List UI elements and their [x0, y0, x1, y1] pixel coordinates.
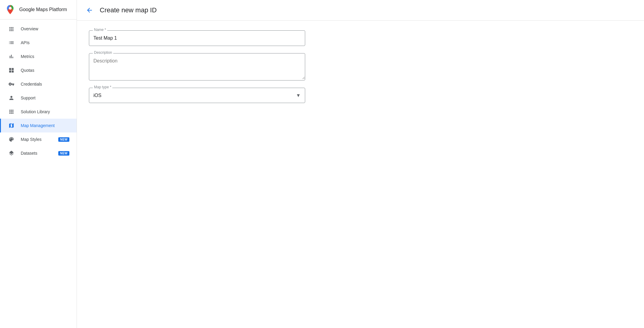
sidebar-item-credentials[interactable]: Credentials: [0, 77, 77, 91]
sidebar-item-map-styles-label: Map Styles: [21, 137, 52, 142]
sidebar-item-quotas-label: Quotas: [21, 68, 69, 73]
sidebar-item-apis[interactable]: APIs: [0, 36, 77, 50]
map-type-select[interactable]: JavaScript Android iOS: [89, 88, 305, 103]
sidebar-item-solution-library[interactable]: Solution Library: [0, 105, 77, 119]
sidebar-item-support-label: Support: [21, 96, 69, 100]
sidebar-item-overview-label: Overview: [21, 26, 69, 31]
person-icon: [8, 95, 15, 101]
map-type-label: Map type: [93, 85, 112, 89]
sidebar-item-datasets-label: Datasets: [21, 151, 52, 156]
sidebar-item-map-management[interactable]: Map Management: [0, 119, 77, 132]
main-header: Create new map ID: [77, 0, 644, 21]
create-map-form: Name Description Map type JavaScript And…: [77, 21, 317, 120]
sidebar-item-map-management-label: Map Management: [21, 123, 69, 128]
grid-icon: [8, 26, 15, 32]
page-title: Create new map ID: [100, 6, 157, 14]
sidebar-title: Google Maps Platform: [19, 7, 67, 13]
svg-point-0: [9, 7, 12, 10]
sidebar-item-credentials-label: Credentials: [21, 82, 69, 87]
apps-icon: [8, 108, 15, 115]
sidebar-item-quotas[interactable]: Quotas: [0, 63, 77, 77]
map-type-field-group: Map type JavaScript Android iOS ▼: [89, 88, 305, 103]
key-icon: [8, 81, 15, 87]
main-content: Create new map ID Name Description Map t…: [77, 0, 644, 328]
back-button[interactable]: [84, 5, 95, 16]
description-label: Description: [93, 50, 113, 55]
palette-icon: [8, 136, 15, 143]
sidebar-item-solution-library-label: Solution Library: [21, 109, 69, 114]
sidebar-item-apis-label: APIs: [21, 40, 69, 45]
map-type-select-wrapper: JavaScript Android iOS ▼: [89, 88, 305, 103]
sidebar-header: Google Maps Platform: [0, 0, 77, 20]
name-field-group: Name: [89, 30, 305, 46]
sidebar-item-metrics[interactable]: Metrics: [0, 50, 77, 63]
table-icon: [8, 67, 15, 74]
list-icon: [8, 39, 15, 46]
sidebar-item-support[interactable]: Support: [0, 91, 77, 105]
bar-chart-icon: [8, 53, 15, 60]
sidebar-item-map-styles[interactable]: Map Styles NEW: [0, 132, 77, 146]
sidebar-item-metrics-label: Metrics: [21, 54, 69, 59]
description-field-container: Description: [89, 53, 305, 80]
google-maps-logo: [5, 4, 16, 15]
map-type-field-container: Map type JavaScript Android iOS ▼: [89, 88, 305, 103]
name-field-container: Name: [89, 30, 305, 46]
sidebar-item-datasets[interactable]: Datasets NEW: [0, 146, 77, 160]
name-label: Name: [93, 28, 107, 32]
map-styles-new-badge: NEW: [58, 137, 69, 142]
layers-icon: [8, 150, 15, 156]
name-input[interactable]: [89, 31, 305, 46]
sidebar-item-overview[interactable]: Overview: [0, 22, 77, 36]
sidebar: Google Maps Platform Overview APIs: [0, 0, 77, 328]
description-field-group: Description: [89, 53, 305, 80]
map-icon: [8, 122, 15, 129]
datasets-new-badge: NEW: [58, 151, 69, 156]
description-input[interactable]: [89, 53, 305, 79]
sidebar-navigation: Overview APIs Metrics: [0, 20, 77, 162]
